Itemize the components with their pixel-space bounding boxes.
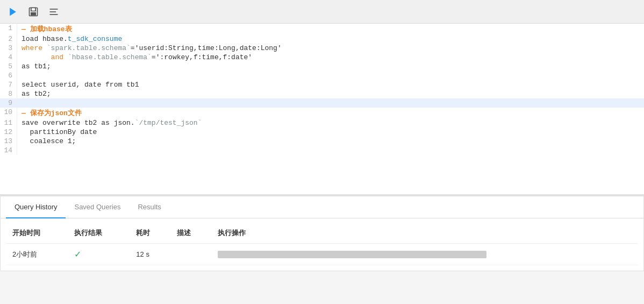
line-number: 3 [0,44,17,53]
code-line: 13 coalesce 1; [0,137,644,146]
line-content[interactable]: partitionBy date [17,128,644,137]
tab-query-history[interactable]: Query History [6,196,66,218]
line-number: 2 [0,34,17,44]
bottom-panel: Query History Saved Queries Results 开始时间… [0,196,644,271]
save-button[interactable] [28,6,39,17]
line-number: 6 [0,71,17,80]
line-content[interactable] [17,146,644,155]
tab-saved-queries[interactable]: Saved Queries [66,196,129,218]
line-content[interactable]: — 加载hbase表 [17,24,644,34]
cell-duration: 12 s [130,244,170,265]
code-line: 12 partitionBy date [0,128,644,137]
results-table-container: 开始时间 执行结果 耗时 描述 执行操作 2小时前✓12 s [1,223,643,271]
col-result: 执行结果 [68,223,130,244]
line-number: 10 [0,108,17,118]
line-number: 11 [0,118,17,128]
line-content[interactable]: load hbase.t_sdk_consume [17,34,644,44]
code-editor[interactable]: 1— 加载hbase表2load hbase.t_sdk_consume3whe… [0,24,644,196]
code-line: 6 [0,71,644,80]
run-button[interactable] [8,6,18,17]
line-number: 9 [0,98,17,108]
table-row: 2小时前✓12 s [6,244,638,265]
line-content[interactable]: as tb2; [17,89,644,98]
operation-links[interactable] [218,251,486,258]
code-line: 2load hbase.t_sdk_consume [0,34,644,44]
toolbar [0,0,644,24]
line-content[interactable]: — 保存为json文件 [17,108,644,118]
code-line: 8as tb2; [0,89,644,98]
tabs-bar: Query History Saved Queries Results [1,196,643,218]
col-operation: 执行操作 [211,223,638,244]
code-line: 10— 保存为json文件 [0,108,644,118]
tab-results[interactable]: Results [129,196,169,218]
history-table: 开始时间 执行结果 耗时 描述 执行操作 2小时前✓12 s [6,223,638,265]
code-line: 5as tb1; [0,62,644,71]
code-line: 9 [0,98,644,108]
col-duration: 耗时 [130,223,170,244]
line-number: 7 [0,80,17,89]
line-content[interactable] [17,71,644,80]
line-number: 13 [0,137,17,146]
code-line: 4 and `hbase.table.schema`=':rowkey,f:ti… [0,53,644,62]
line-number: 14 [0,146,17,155]
code-line: 11save overwrite tb2 as json.`/tmp/test_… [0,118,644,128]
col-description: 描述 [170,223,211,244]
code-line: 7select userid, date from tb1 [0,80,644,89]
line-number: 12 [0,128,17,137]
line-number: 5 [0,62,17,71]
line-content[interactable]: where `spark.table.schema`='userid:Strin… [17,44,644,53]
code-line: 14 [0,146,644,155]
cell-start-time: 2小时前 [6,244,68,265]
cell-description [170,244,211,265]
line-content[interactable]: coalesce 1; [17,137,644,146]
line-content[interactable] [17,98,644,108]
cell-operation[interactable] [211,244,638,265]
line-number: 1 [0,24,17,34]
line-content[interactable]: select userid, date from tb1 [17,80,644,89]
svg-rect-4 [32,8,35,10]
col-start-time: 开始时间 [6,223,68,244]
line-content[interactable]: and `hbase.table.schema`=':rowkey,f:time… [17,53,644,62]
success-icon: ✓ [74,250,81,259]
line-content[interactable]: as tb1; [17,62,644,71]
code-line: 1— 加载hbase表 [0,24,644,34]
line-number: 4 [0,53,17,62]
svg-marker-0 [10,8,16,16]
line-content[interactable]: save overwrite tb2 as json.`/tmp/test_js… [17,118,644,128]
svg-rect-3 [31,12,36,15]
line-number: 8 [0,89,17,98]
format-button[interactable] [48,6,59,17]
cell-result: ✓ [68,244,130,265]
code-line: 3where `spark.table.schema`='userid:Stri… [0,44,644,53]
